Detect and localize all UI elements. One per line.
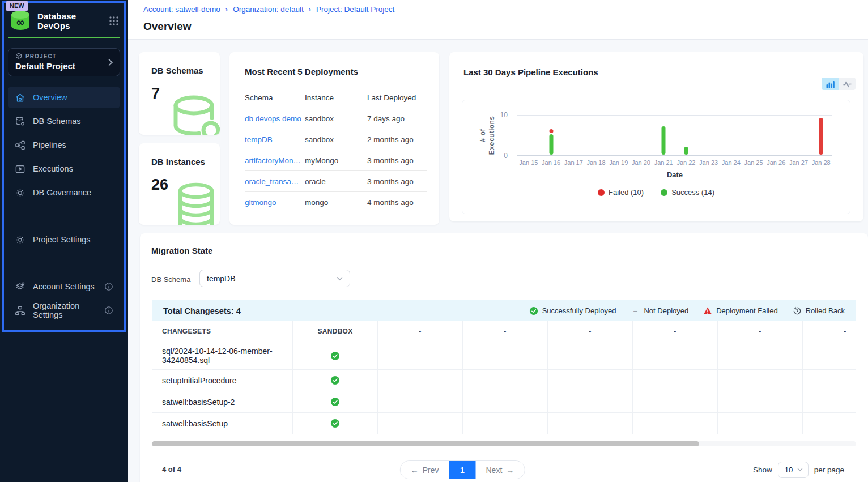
sidebar-nav-secondary: Project Settings	[0, 229, 128, 250]
total-changesets-label: Total Changesets: 4	[163, 306, 241, 315]
line-chart-toggle-icon[interactable]	[839, 78, 856, 90]
chart-plot-panel: # of Executions 10 0 Jan 15Jan 16Jan 17J…	[462, 100, 850, 214]
x-tick-label: Jan 26	[765, 159, 788, 166]
deployment-instance: sandbox	[305, 135, 367, 144]
info-icon[interactable]	[104, 306, 113, 315]
deployment-row: gitmongomongo4 months ago	[245, 192, 427, 213]
sidebar-item-label: Project Settings	[33, 235, 91, 244]
empty-status-cell	[633, 370, 718, 391]
breadcrumb-separator-icon: ›	[309, 5, 311, 14]
app-grid-icon[interactable]	[109, 16, 119, 26]
x-tick-label: Jan 15	[517, 159, 540, 166]
empty-status-cell	[803, 342, 856, 370]
success-check-icon	[330, 351, 340, 361]
bar-group-jan-21[interactable]	[662, 126, 666, 155]
x-tick-label: Jan 27	[788, 159, 810, 166]
empty-status-cell	[633, 342, 718, 370]
next-page-button[interactable]: Next →	[476, 461, 525, 479]
deployment-schema-link[interactable]: tempDB	[245, 135, 305, 144]
bar-group-jan-16[interactable]	[549, 129, 553, 155]
scrollbar-thumb[interactable]	[152, 441, 699, 446]
sidebar-item-label: DB Governance	[33, 188, 91, 197]
deployment-schema-link[interactable]: db devops demo	[245, 114, 305, 123]
bar-chart-toggle-icon[interactable]	[822, 78, 839, 90]
empty-status-cell	[803, 391, 856, 413]
arrow-right-icon: →	[506, 466, 514, 474]
db-schema-label: DB Schema	[151, 275, 190, 284]
chart-legend-item[interactable]: Failed (10)	[598, 188, 644, 197]
chevron-down-icon	[337, 276, 343, 281]
deployment-row: tempDBsandbox2 months ago	[245, 129, 427, 150]
y-tick-max: 10	[492, 111, 508, 119]
page-number-button[interactable]: 1	[449, 461, 476, 479]
changesets-column-header: CHANGESETS	[152, 321, 293, 342]
sidebar-item-pipelines[interactable]: Pipelines	[8, 134, 120, 156]
sidebar-item-organization-settings[interactable]: Organization Settings	[8, 300, 120, 321]
deployment-instance: myMongo	[305, 156, 367, 165]
breadcrumb-item-project[interactable]: Project: Default Project	[316, 5, 394, 14]
arrow-left-icon: ←	[411, 466, 419, 474]
home-icon	[15, 92, 25, 103]
database-stack-icon	[165, 181, 220, 225]
sidebar-item-label: DB Schemas	[33, 117, 81, 126]
recent-deployments-title: Most Recent 5 Deployments	[245, 67, 358, 76]
sidebar-item-db-governance[interactable]: DB Governance	[8, 182, 120, 203]
prev-page-button[interactable]: ← Prev	[401, 461, 449, 479]
project-label: PROJECT	[25, 53, 57, 59]
x-tick-label: Jan 21	[652, 159, 675, 166]
empty-status-cell	[803, 370, 856, 391]
breadcrumb-item-organization[interactable]: Organization: default	[233, 5, 304, 14]
empty-status-cell	[378, 413, 463, 434]
bar-group-jan-22[interactable]	[684, 147, 688, 155]
deployment-schema-link[interactable]: artifactoryMongo	[245, 156, 305, 165]
sidebar-item-label: Account Settings	[33, 282, 95, 291]
x-axis-labels: Jan 15Jan 16Jan 17Jan 18Jan 19Jan 20Jan …	[517, 159, 832, 166]
sidebar-item-executions[interactable]: Executions	[8, 158, 120, 180]
chart-title: Last 30 Days Pipeline Executions	[463, 67, 598, 77]
app-window: NEW ∞ Database DevOps PROJECT Default Pr…	[0, 0, 868, 482]
db-instances-card: DB Instances 26	[139, 143, 220, 225]
deployment-schema-link[interactable]: oracle_transact...	[245, 177, 305, 186]
chart-legend-item[interactable]: Success (14)	[661, 188, 714, 197]
sidebar-item-db-schemas[interactable]: DB Schemas	[8, 110, 120, 132]
changeset-name-cell: satwell:basisSetup	[152, 413, 293, 434]
chart-type-toggle	[822, 78, 856, 90]
x-tick-label: Jan 19	[607, 159, 630, 166]
sidebar-item-project-settings[interactable]: Project Settings	[8, 229, 120, 250]
changeset-status-cell	[293, 342, 378, 370]
empty-status-cell	[548, 413, 633, 434]
failed-triangle-icon	[703, 306, 712, 315]
app-title: Database DevOps	[37, 11, 103, 31]
project-selector[interactable]: PROJECT Default Project	[8, 48, 120, 76]
info-icon[interactable]	[104, 282, 113, 291]
bar-group-jan-28[interactable]	[819, 118, 823, 155]
sidebar-item-label: Organization Settings	[33, 301, 97, 319]
breadcrumb-item-account[interactable]: Account: satwell-demo	[143, 5, 220, 14]
database-single-icon	[165, 91, 220, 135]
changesets-column-header: -	[548, 321, 633, 342]
x-axis-title: Date	[517, 170, 832, 179]
empty-status-cell	[718, 342, 803, 370]
sidebar-item-overview[interactable]: Overview	[8, 87, 120, 108]
sidebar-nav-tertiary: Account SettingsOrganization Settings	[0, 276, 128, 321]
status-legend-item: Successfully Deployed	[529, 306, 616, 315]
deployment-instance: mongo	[305, 198, 367, 207]
empty-status-cell	[633, 413, 718, 434]
svg-text:∞: ∞	[16, 16, 25, 28]
db-schema-select[interactable]: tempDB	[199, 270, 350, 287]
horizontal-scrollbar[interactable]	[152, 441, 856, 446]
success-check-icon	[330, 397, 340, 407]
deployment-row: db devops demosandbox7 days ago	[245, 108, 427, 129]
failed-bar-segment	[819, 118, 823, 155]
per-page-select[interactable]: 10	[778, 462, 809, 478]
deployment-schema-link[interactable]: gitmongo	[245, 198, 305, 207]
success-check-icon	[330, 376, 340, 385]
deployment-last-deployed: 2 months ago	[367, 135, 427, 144]
changesets-column-header: SANDBOX	[293, 321, 378, 342]
deployment-instance: sandbox	[305, 114, 367, 123]
x-tick-label: Jan 20	[630, 159, 653, 166]
success-check-icon	[330, 419, 340, 428]
sidebar-item-account-settings[interactable]: Account Settings	[8, 276, 120, 297]
empty-status-cell	[548, 370, 633, 391]
pagination-bar: 4 of 4 ← Prev 1 Next → Show 10	[140, 460, 868, 479]
